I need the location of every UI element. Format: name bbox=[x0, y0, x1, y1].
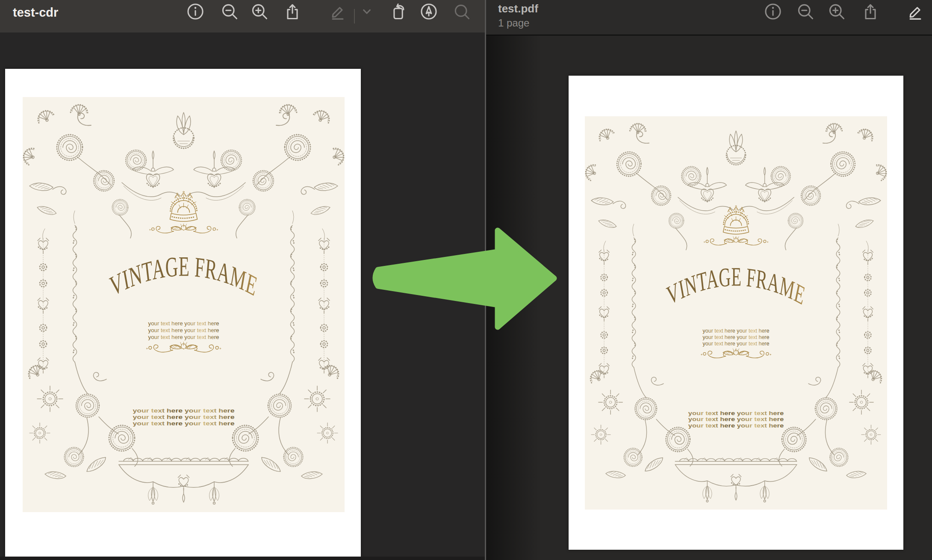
search-icon[interactable] bbox=[452, 2, 472, 21]
vintage-frame-artwork bbox=[23, 97, 345, 512]
right-window-title: test.pdf bbox=[498, 2, 538, 15]
markup-pencil-icon[interactable] bbox=[328, 2, 348, 21]
left-window-bottom-edge bbox=[0, 557, 486, 560]
pen-tip-circle-icon[interactable] bbox=[419, 2, 439, 21]
toolbar-separator bbox=[354, 9, 355, 24]
share-icon[interactable] bbox=[861, 2, 880, 21]
page-count-label: 1 page bbox=[498, 17, 529, 29]
zoom-out-icon[interactable] bbox=[796, 2, 815, 21]
conversion-arrow bbox=[371, 225, 559, 332]
desktop-screen: test-cdr test.pdf 1 page bbox=[0, 0, 932, 560]
info-icon[interactable] bbox=[186, 2, 205, 21]
info-icon[interactable] bbox=[763, 2, 783, 21]
left-window-title: test-cdr bbox=[13, 0, 58, 32]
zoom-out-icon[interactable] bbox=[220, 2, 239, 21]
right-header: test.pdf 1 page bbox=[486, 0, 932, 35]
rotate-icon[interactable] bbox=[389, 2, 408, 21]
share-icon[interactable] bbox=[283, 2, 302, 21]
document-page-left[interactable] bbox=[5, 69, 361, 557]
chevron-down-icon[interactable] bbox=[357, 2, 377, 21]
zoom-in-icon[interactable] bbox=[827, 2, 846, 21]
left-toolbar: test-cdr bbox=[0, 0, 486, 32]
vintage-frame-artwork bbox=[585, 116, 887, 510]
document-page-right[interactable] bbox=[569, 76, 903, 550]
markup-pencil-icon[interactable] bbox=[905, 2, 925, 21]
zoom-in-icon[interactable] bbox=[250, 2, 269, 21]
